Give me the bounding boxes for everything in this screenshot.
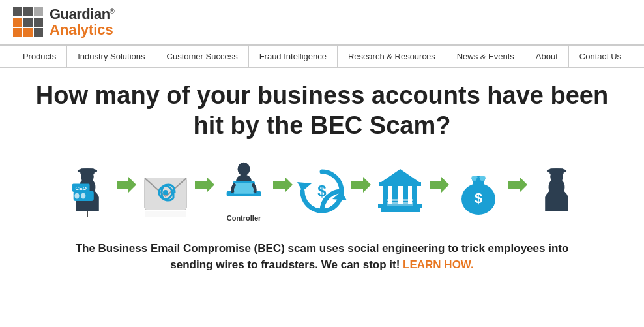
svg-rect-3 <box>80 168 94 174</box>
learn-how-cta[interactable]: LEARN HOW. <box>403 258 474 271</box>
footer-text-main: The Business Email Compromise (BEC) scam… <box>76 242 569 272</box>
svg-marker-26 <box>379 169 421 183</box>
infographic-hacker-ceo: CEO <box>61 165 113 217</box>
svg-rect-28 <box>383 186 388 204</box>
svg-rect-27 <box>379 182 421 186</box>
moneybag-icon: $ <box>452 165 505 217</box>
fraudster-icon <box>531 165 583 217</box>
headline-line2: hit by the BEC Scam? <box>26 111 618 141</box>
infographic-controller: Controller <box>218 161 270 222</box>
arrow-3 <box>273 177 293 193</box>
svg-point-5 <box>74 193 79 198</box>
infographic-fraudster <box>531 165 583 217</box>
svg-rect-37 <box>387 204 413 206</box>
svg-text:$: $ <box>475 190 482 206</box>
nav-item-fraud[interactable]: Fraud Intelligence <box>249 46 338 67</box>
email-icon <box>139 165 192 217</box>
nav-item-contact[interactable]: Contact Us <box>569 46 632 67</box>
main-content: How many of your business accounts have … <box>0 68 644 285</box>
nav-item-research[interactable]: Research & Resources <box>338 46 446 67</box>
nav-item-products[interactable]: Products <box>12 46 67 67</box>
svg-marker-25 <box>351 177 371 193</box>
controller-label: Controller <box>227 214 261 222</box>
svg-point-6 <box>81 193 85 198</box>
transfer-icon: $ <box>296 165 348 217</box>
svg-rect-30 <box>403 186 408 204</box>
svg-rect-35 <box>387 199 413 201</box>
logo-analytics-text: Analytics <box>50 22 114 38</box>
header: Guardian® Analytics <box>0 0 644 46</box>
svg-rect-33 <box>381 208 420 212</box>
svg-marker-46 <box>508 177 527 193</box>
logo-guardian-text: Guardian® <box>50 7 114 22</box>
svg-point-14 <box>163 190 168 195</box>
svg-marker-38 <box>430 177 449 193</box>
svg-rect-15 <box>145 211 186 217</box>
nav-list: Products Industry Solutions Customer Suc… <box>12 46 632 67</box>
svg-rect-50 <box>549 168 563 174</box>
logo[interactable]: Guardian® Analytics <box>13 7 114 38</box>
nav-item-about[interactable]: About <box>525 46 569 67</box>
svg-point-44 <box>476 178 480 181</box>
headline-line1: How many of your business accounts have … <box>26 81 618 111</box>
arrow-1 <box>117 177 136 193</box>
headline: How many of your business accounts have … <box>26 81 618 140</box>
main-nav: Products Industry Solutions Customer Suc… <box>0 46 644 68</box>
svg-point-17 <box>238 162 250 176</box>
nav-item-customer[interactable]: Customer Success <box>156 46 249 67</box>
svg-marker-16 <box>195 177 214 193</box>
infographic-email <box>139 165 192 217</box>
bank-icon: $ <box>374 165 426 217</box>
svg-text:$: $ <box>317 182 327 200</box>
nav-item-industry[interactable]: Industry Solutions <box>67 46 156 67</box>
svg-marker-22 <box>297 182 312 191</box>
arrow-2 <box>195 177 214 193</box>
infographic: CEO <box>26 154 618 228</box>
arrow-4 <box>351 177 371 193</box>
controller-icon <box>218 161 270 213</box>
infographic-moneybag: $ <box>452 165 505 217</box>
infographic-bank: $ <box>374 165 426 217</box>
hacker-ceo-icon: CEO <box>61 165 113 217</box>
footer-description: The Business Email Compromise (BEC) scam… <box>26 235 618 279</box>
arrow-6 <box>508 177 527 193</box>
svg-marker-21 <box>273 177 293 193</box>
infographic-transfer: $ <box>296 165 348 217</box>
arrow-5 <box>430 177 449 193</box>
logo-grid-icon <box>13 7 43 37</box>
svg-marker-10 <box>117 177 136 193</box>
logo-text: Guardian® Analytics <box>50 7 114 38</box>
svg-rect-36 <box>387 202 413 204</box>
svg-text:CEO: CEO <box>76 185 87 191</box>
svg-rect-31 <box>412 186 417 204</box>
svg-rect-20 <box>234 182 254 193</box>
nav-item-news[interactable]: News & Events <box>446 46 525 67</box>
